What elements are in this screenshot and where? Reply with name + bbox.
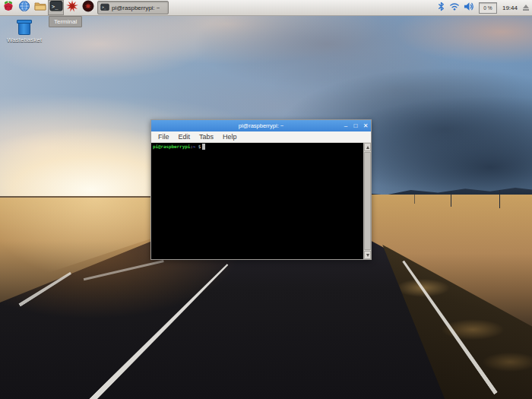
raspberry-icon xyxy=(2,0,14,15)
scroll-down-arrow-icon[interactable] xyxy=(364,251,371,259)
globe-icon xyxy=(18,0,30,15)
web-browser-button[interactable] xyxy=(16,0,32,15)
tooltip: Terminal xyxy=(49,16,82,27)
menu-tabs[interactable]: Tabs xyxy=(195,133,217,141)
minimize-button[interactable]: – xyxy=(343,123,349,129)
maximize-button[interactable]: □ xyxy=(353,123,359,129)
wallpaper-pole xyxy=(499,190,500,208)
terminal-cursor xyxy=(202,144,205,150)
taskbar: >_ >_ pi@raspberrypi: ~ xyxy=(0,0,532,16)
eject-icon[interactable] xyxy=(523,5,529,11)
wallpaper-pole xyxy=(414,195,415,204)
terminal-content[interactable]: pi@raspberrypi:~ $ xyxy=(151,143,363,259)
prompt-user-host: pi@raspberrypi xyxy=(153,144,190,149)
scroll-up-arrow-icon[interactable] xyxy=(364,143,371,151)
prompt-symbol: $ xyxy=(195,144,201,149)
svg-text:>_: >_ xyxy=(52,4,59,10)
cpu-monitor: 0 % xyxy=(479,2,497,14)
wolfram-icon xyxy=(82,0,94,15)
terminal-launcher-button[interactable]: >_ xyxy=(48,0,64,15)
window-title: pi@raspberrypi: ~ xyxy=(151,122,371,129)
menu-edit[interactable]: Edit xyxy=(175,133,195,141)
close-button[interactable]: ✕ xyxy=(363,123,369,129)
file-manager-button[interactable] xyxy=(32,0,48,15)
wolfram-button[interactable] xyxy=(80,0,96,15)
shell-prompt: pi@raspberrypi:~ $ xyxy=(153,144,205,150)
mathematica-button[interactable] xyxy=(64,0,80,15)
desktop-icon-wastebasket[interactable]: Wastebasket xyxy=(5,20,44,43)
clock: 19:44 xyxy=(501,5,519,11)
window-menubar: File Edit Tabs Help xyxy=(151,131,371,143)
menu-button[interactable] xyxy=(0,0,16,15)
terminal-icon: >_ xyxy=(49,0,63,15)
wifi-icon[interactable] xyxy=(449,1,460,15)
wastebasket-icon xyxy=(17,20,32,35)
menu-file[interactable]: File xyxy=(154,133,173,141)
bluetooth-icon[interactable] xyxy=(437,1,445,15)
terminal-icon: >_ xyxy=(100,1,109,14)
mathematica-icon xyxy=(66,0,78,15)
window-titlebar[interactable]: pi@raspberrypi: ~ – □ ✕ xyxy=(151,120,371,131)
taskbar-window-button[interactable]: >_ pi@raspberrypi: ~ xyxy=(97,1,169,14)
folder-icon xyxy=(33,0,47,15)
wallpaper-pole xyxy=(451,192,451,207)
system-tray: 0 % 19:44 xyxy=(437,1,532,15)
scrollbar-thumb[interactable] xyxy=(364,152,371,250)
volume-icon[interactable] xyxy=(464,1,475,15)
wastebasket-label: Wastebasket xyxy=(5,36,44,43)
cpu-usage-label: 0 % xyxy=(483,5,492,11)
menu-help[interactable]: Help xyxy=(219,133,241,141)
taskbar-window-label: pi@raspberrypi: ~ xyxy=(112,5,160,11)
terminal-window: pi@raspberrypi: ~ – □ ✕ File Edit Tabs H… xyxy=(150,119,372,260)
terminal-scrollbar[interactable] xyxy=(363,143,371,259)
